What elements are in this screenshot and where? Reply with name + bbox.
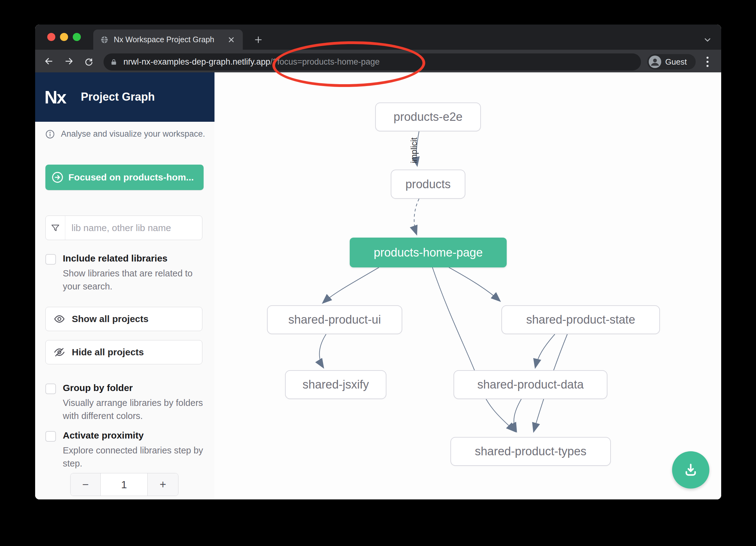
info-icon xyxy=(45,130,55,139)
globe-icon xyxy=(100,35,109,44)
option-label: Include related libraries xyxy=(63,253,168,264)
edge-products-home xyxy=(414,199,419,234)
browser-window: Nx Workspace Project Graph xyxy=(35,25,721,499)
address-bar[interactable]: nrwl-nx-examples-dep-graph.netlify.app/?… xyxy=(104,53,641,71)
close-tab-icon[interactable] xyxy=(227,36,235,44)
include-related-checkbox[interactable] xyxy=(45,254,56,265)
screenshot-root: Nx Workspace Project Graph xyxy=(0,0,756,546)
node-shared-product-ui[interactable]: shared-product-ui xyxy=(267,305,402,334)
option-description: Explore connected libraries step by step… xyxy=(63,444,212,470)
sidebar: Nx Project Graph Analyse and visualize y… xyxy=(35,72,215,499)
avatar xyxy=(649,56,661,68)
node-products-e2e[interactable]: products-e2e xyxy=(375,103,481,131)
show-all-projects-button[interactable]: Show all projects xyxy=(45,307,202,331)
tab-title: Nx Workspace Project Graph xyxy=(114,35,227,44)
edge-home-state xyxy=(449,268,500,301)
edge-home-types xyxy=(432,268,515,431)
minimize-window-button[interactable] xyxy=(60,33,68,41)
forward-icon[interactable] xyxy=(64,57,74,66)
menu-kebab-icon[interactable] xyxy=(703,55,712,68)
sidebar-header: Nx Project Graph xyxy=(35,72,214,122)
node-shared-product-data[interactable]: shared-product-data xyxy=(454,370,607,399)
filter-input[interactable] xyxy=(71,223,196,234)
option-description: Visually arrange libraries by folders wi… xyxy=(63,396,212,422)
page-title: Project Graph xyxy=(81,90,155,103)
node-shared-jsxify[interactable]: shared-jsxify xyxy=(285,370,386,399)
new-tab-icon[interactable] xyxy=(254,35,263,44)
close-window-button[interactable] xyxy=(47,33,55,41)
filter-box xyxy=(45,216,202,240)
edge-ui-jsxify xyxy=(320,334,326,367)
node-products[interactable]: products xyxy=(391,170,465,199)
funnel-icon xyxy=(46,216,65,240)
browser-toolbar: nrwl-nx-examples-dep-graph.netlify.app/?… xyxy=(35,50,721,72)
back-icon[interactable] xyxy=(44,57,53,66)
edge-data-types xyxy=(514,399,521,431)
url-path: /?focus=products-home-page xyxy=(270,57,380,67)
show-all-projects-label: Show all projects xyxy=(72,314,149,324)
profile-button[interactable]: Guest xyxy=(647,54,696,70)
url-text: nrwl-nx-examples-dep-graph.netlify.app/?… xyxy=(123,57,380,67)
graph-edges xyxy=(214,72,721,499)
arrow-right-circle-icon xyxy=(52,172,63,183)
stepper-value: 1 xyxy=(101,473,147,496)
eye-off-icon xyxy=(54,346,65,358)
edge-home-ui xyxy=(323,268,379,303)
app-main: Nx Project Graph Analyse and visualize y… xyxy=(35,72,721,499)
profile-label: Guest xyxy=(665,57,687,67)
edge-state-data xyxy=(535,334,555,367)
hide-all-projects-label: Hide all projects xyxy=(72,347,144,357)
tagline-row: Analyse and visualize your workspace. xyxy=(45,129,205,139)
focused-button[interactable]: Focused on products-hom... xyxy=(45,165,204,190)
activate-proximity-checkbox[interactable] xyxy=(45,431,56,442)
group-by-folder-checkbox[interactable] xyxy=(45,383,56,394)
tab-strip: Nx Workspace Project Graph xyxy=(35,25,721,50)
proximity-stepper: − 1 + xyxy=(70,473,178,496)
stepper-increase-button[interactable]: + xyxy=(147,473,178,496)
chevron-down-icon[interactable] xyxy=(703,36,712,44)
node-shared-product-types[interactable]: shared-product-types xyxy=(450,437,611,466)
eye-icon xyxy=(54,313,65,324)
url-domain: nrwl-nx-examples-dep-graph.netlify.app xyxy=(123,57,270,67)
node-products-home-page[interactable]: products-home-page xyxy=(350,238,507,268)
download-icon xyxy=(683,462,699,478)
option-label: Group by folder xyxy=(63,383,133,393)
lock-icon xyxy=(110,58,117,66)
edge-label-implicit: implicit xyxy=(409,138,419,163)
hide-all-projects-button[interactable]: Hide all projects xyxy=(45,340,202,364)
browser-tab[interactable]: Nx Workspace Project Graph xyxy=(93,30,243,50)
node-shared-product-state[interactable]: shared-product-state xyxy=(501,305,660,334)
reload-icon[interactable] xyxy=(84,57,93,66)
option-description: Show libraries that are related to your … xyxy=(63,267,212,293)
tagline-text: Analyse and visualize your workspace. xyxy=(61,129,205,139)
project-graph-canvas[interactable]: implicit products-e2e products products-… xyxy=(214,72,721,499)
stepper-decrease-button[interactable]: − xyxy=(71,473,101,496)
zoom-window-button[interactable] xyxy=(73,33,81,41)
nx-logo: Nx xyxy=(44,87,79,108)
option-label: Activate proximity xyxy=(63,430,144,441)
focused-button-label: Focused on products-hom... xyxy=(68,172,194,183)
download-image-button[interactable] xyxy=(672,451,709,489)
